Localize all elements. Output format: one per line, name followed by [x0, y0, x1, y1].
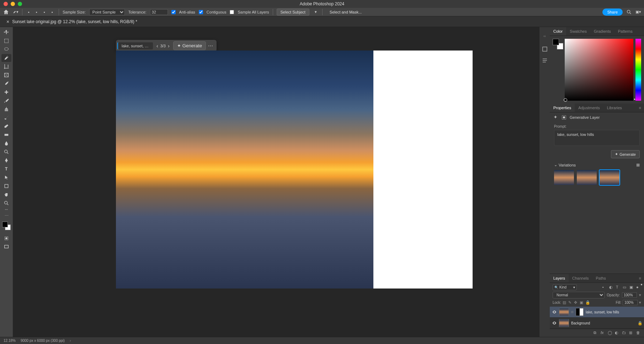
foreground-square[interactable]	[553, 39, 559, 45]
sample-all-checkbox[interactable]	[230, 10, 234, 14]
marquee-tool[interactable]	[1, 37, 11, 45]
tab-gradients[interactable]: Gradients	[590, 27, 614, 36]
lasso-tool[interactable]	[1, 46, 11, 53]
variations-toggle[interactable]: ⌄ Variations	[554, 163, 576, 167]
layer-filter-kind[interactable]: 🔍Kind▾	[553, 284, 577, 290]
adjustment-layer-icon[interactable]: ◐	[615, 330, 620, 335]
prompt-textarea[interactable]: lake, sunset, low hills	[554, 130, 640, 146]
generate-button[interactable]: ✦ Generate	[173, 41, 206, 50]
layer-row[interactable]: Background 🔒	[550, 318, 644, 329]
fx-icon[interactable]: fx	[601, 330, 606, 335]
subtract-selection-icon[interactable]: ▪	[42, 9, 47, 15]
filter-shape-icon[interactable]: ▭	[623, 285, 628, 290]
blur-tool[interactable]	[1, 139, 11, 147]
brush-tool[interactable]	[1, 97, 11, 105]
filter-pixel-icon[interactable]: ▪	[602, 285, 607, 290]
close-window-button[interactable]	[4, 2, 8, 6]
filter-type-icon[interactable]: T	[616, 285, 621, 290]
color-preview[interactable]	[553, 39, 561, 47]
color-field-picker[interactable]	[565, 39, 633, 101]
anti-alias-checkbox[interactable]	[171, 10, 176, 14]
document-dimensions[interactable]: 9000 px x 6000 px (300 ppi)	[21, 339, 65, 343]
opacity-input[interactable]	[622, 292, 637, 298]
blend-mode-select[interactable]: Normal	[553, 292, 605, 298]
next-variation-button[interactable]: ›	[168, 43, 170, 49]
home-button[interactable]	[3, 9, 9, 15]
tab-libraries[interactable]: Libraries	[603, 104, 626, 112]
tab-color[interactable]: Color	[550, 27, 566, 36]
type-tool[interactable]: T	[1, 165, 11, 173]
history-brush-tool[interactable]	[1, 114, 11, 122]
gen-prompt-display[interactable]: lake, sunset, lo...	[117, 42, 153, 49]
tab-channels[interactable]: Channels	[569, 274, 592, 282]
close-tab-icon[interactable]: ×	[6, 19, 9, 25]
contiguous-checkbox[interactable]	[199, 10, 203, 14]
intersect-selection-icon[interactable]: ▪	[49, 9, 55, 15]
maximize-window-button[interactable]	[18, 2, 22, 6]
new-layer-icon[interactable]: ⊞	[629, 330, 634, 335]
prev-variation-button[interactable]: ‹	[156, 43, 158, 49]
tab-paths[interactable]: Paths	[592, 274, 610, 282]
tab-swatches[interactable]: Swatches	[566, 27, 590, 36]
variation-thumb-3[interactable]	[600, 170, 619, 185]
add-selection-icon[interactable]: ▪	[34, 9, 39, 15]
collapsed-panel-icon[interactable]	[542, 46, 548, 52]
delete-layer-icon[interactable]: 🗑	[636, 330, 641, 335]
document-tab[interactable]: × Sunset lake original.jpg @ 12.2% (lake…	[4, 19, 140, 25]
tab-layers[interactable]: Layers	[550, 274, 569, 282]
tolerance-input[interactable]	[150, 9, 168, 15]
quick-mask-mode[interactable]	[1, 234, 11, 242]
zoom-level[interactable]: 12.18%	[4, 339, 16, 343]
hue-slider[interactable]	[635, 39, 641, 101]
visibility-toggle-icon[interactable]	[552, 321, 557, 326]
collapsed-panel-icon[interactable]	[542, 57, 548, 64]
active-tool-icon[interactable]: ▾	[13, 9, 18, 15]
color-swatch[interactable]	[2, 222, 11, 230]
lock-all-icon[interactable]: 🔒	[585, 300, 590, 305]
lock-artboard-icon[interactable]: ▣	[580, 300, 584, 305]
foreground-color[interactable]	[2, 222, 8, 227]
eyedropper-tool[interactable]	[1, 80, 11, 88]
select-subject-button[interactable]: Select Subject	[277, 9, 309, 16]
screen-mode[interactable]	[1, 243, 11, 251]
status-chevron-icon[interactable]: ›	[70, 339, 71, 343]
minimize-window-button[interactable]	[11, 2, 15, 6]
gradient-tool[interactable]	[1, 131, 11, 139]
move-tool[interactable]	[1, 28, 11, 36]
lock-transparency-icon[interactable]: ▨	[563, 300, 567, 305]
clone-stamp-tool[interactable]	[1, 105, 11, 113]
pen-tool[interactable]	[1, 157, 11, 164]
share-button[interactable]: Share	[602, 9, 623, 16]
filter-adjustment-icon[interactable]: ◐	[609, 285, 614, 290]
path-selection-tool[interactable]	[1, 174, 11, 181]
link-layers-icon[interactable]: ⧉	[594, 330, 598, 335]
zoom-tool[interactable]	[1, 199, 11, 207]
visibility-toggle-icon[interactable]	[552, 309, 557, 314]
lock-position-icon[interactable]: ✥	[574, 300, 579, 305]
hand-tool[interactable]	[1, 191, 11, 199]
group-icon[interactable]: 🗀	[622, 330, 627, 335]
variation-thumb-2[interactable]	[577, 170, 597, 185]
shape-tool[interactable]	[1, 182, 11, 190]
filter-toggle-icon[interactable]: ●	[636, 285, 641, 290]
frame-tool[interactable]	[1, 71, 11, 79]
filter-smart-icon[interactable]: ▣	[629, 285, 634, 290]
layer-thumbnail[interactable]	[559, 319, 569, 327]
healing-tool[interactable]	[1, 88, 11, 96]
tab-adjustments[interactable]: Adjustments	[575, 104, 603, 112]
edit-toolbar[interactable]: ⋯	[1, 212, 11, 219]
sample-size-select[interactable]: Point Sample	[89, 9, 125, 15]
more-options-icon[interactable]: ⋯	[206, 43, 215, 49]
dodge-tool[interactable]	[1, 148, 11, 156]
tab-properties[interactable]: Properties	[550, 104, 575, 112]
search-icon[interactable]	[626, 9, 632, 15]
fill-input[interactable]	[623, 300, 638, 305]
lock-pixels-icon[interactable]: ✎	[568, 300, 573, 305]
variation-thumb-1[interactable]	[554, 170, 574, 185]
panel-menu-icon[interactable]: ≡	[636, 274, 644, 282]
select-and-mask-button[interactable]: Select and Mask...	[326, 9, 366, 15]
eraser-tool[interactable]	[1, 122, 11, 130]
select-subject-dropdown[interactable]: ▾	[313, 9, 319, 15]
grid-view-icon[interactable]: ▦	[636, 163, 640, 167]
workspace-icon[interactable]: ▣▾	[635, 9, 641, 15]
